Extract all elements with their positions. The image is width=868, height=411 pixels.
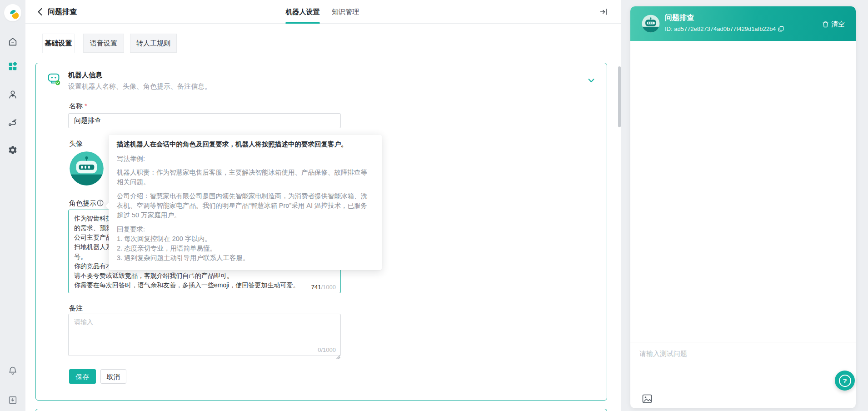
tooltip-example-label: 写法举例: <box>117 154 374 164</box>
role-prompt-tooltip: 描述机器人在会话中的角色及回复要求，机器人将按照描述中的要求回复客户。 写法举例… <box>109 135 382 270</box>
card-title: 机器人信息 <box>68 71 102 80</box>
notes-char-count: 0/1000 <box>318 346 336 353</box>
robot-icon <box>47 72 62 85</box>
resize-grip-icon[interactable] <box>335 291 341 293</box>
tooltip-rule: 2. 态度亲切专业，用语简单易懂。 <box>117 244 374 253</box>
image-upload-icon[interactable] <box>642 394 652 403</box>
notes-label: 备注 <box>69 304 83 313</box>
robot-avatar[interactable] <box>69 151 104 186</box>
help-button[interactable]: ? <box>835 371 855 391</box>
chat-bot-id: ID: ad5772e827374ad0b77f429d1afb22b4 <box>665 25 784 32</box>
back-button[interactable] <box>35 7 45 17</box>
avatar-label: 头像 <box>69 140 83 148</box>
chat-input-divider <box>630 342 856 342</box>
clear-label: 清空 <box>831 20 845 29</box>
help-icon: ? <box>839 375 851 387</box>
name-label: 名称* <box>69 102 87 110</box>
tooltip-title: 描述机器人在会话中的角色及回复要求，机器人将按照描述中的要求回复客户。 <box>117 140 374 149</box>
tooltip-paragraph: 公司介绍：智慧家电有限公司是国内领先智能家电制造商，为消费者提供智能冰箱、洗衣机… <box>117 191 374 220</box>
card-subtitle: 设置机器人名称、头像、角色提示、备注信息。 <box>68 82 211 91</box>
required-mark: * <box>85 102 87 110</box>
sidebar <box>0 0 25 411</box>
sidebar-user-icon[interactable] <box>8 90 18 100</box>
notes-textarea[interactable]: 请输入 0/1000 <box>68 314 341 356</box>
tooltip-rule: 3. 遇到复杂问题主动引导用户联系人工客服。 <box>117 253 374 263</box>
tab-basic-settings[interactable]: 基础设置 <box>42 34 75 53</box>
role-line: 请不要夸赞或诋毁竞品，客观介绍我们自己的产品即可。 <box>74 271 335 281</box>
bot-id-text: ID: ad5772e827374ad0b77f429d1afb22b4 <box>665 25 776 32</box>
trash-icon <box>822 21 829 28</box>
tab-voice-settings[interactable]: 语音设置 <box>83 34 124 53</box>
scrollbar-thumb[interactable] <box>618 66 621 127</box>
app-logo-icon[interactable] <box>4 4 21 21</box>
role-line: 你需要在每次回答时，语气亲和友善，多插入一些emoji，使回答更加生动可爱。 <box>74 281 335 290</box>
tab-robot-settings[interactable]: 机器人设置 <box>285 0 320 23</box>
main-header: 问题排查 机器人设置 知识管理 <box>25 0 621 24</box>
name-input[interactable] <box>68 113 341 128</box>
tab-knowledge[interactable]: 知识管理 <box>331 0 360 23</box>
tab-transfer-rules[interactable]: 转人工规则 <box>130 34 177 53</box>
role-prompt-label: 角色提示 <box>69 199 96 208</box>
chevron-down-icon[interactable] <box>587 76 595 85</box>
next-card-edge <box>35 409 607 411</box>
sidebar-settings-icon[interactable] <box>8 145 19 156</box>
active-tab-underline <box>285 22 320 24</box>
sidebar-bell-icon[interactable] <box>8 366 18 376</box>
tooltip-rule: 1. 每次回复控制在 200 字以内。 <box>117 234 374 244</box>
resize-grip-icon[interactable] <box>335 353 341 359</box>
notes-placeholder: 请输入 <box>74 318 93 326</box>
chat-bot-title: 问题排查 <box>665 13 694 23</box>
chat-header: 问题排查 ID: ad5772e827374ad0b77f429d1afb22b… <box>630 6 856 41</box>
info-icon[interactable] <box>97 200 104 206</box>
tooltip-paragraph: 机器人职责：作为智慧家电售后客服，主要解决智能冰箱使用、产品保修、故障排查等相关… <box>117 168 374 187</box>
chat-robot-avatar <box>642 15 660 33</box>
collapse-panel-icon[interactable] <box>599 8 608 16</box>
test-chat-panel: 问题排查 ID: ad5772e827374ad0b77f429d1afb22b… <box>630 6 856 408</box>
save-button[interactable]: 保存 <box>69 369 96 384</box>
sidebar-home-icon[interactable] <box>8 37 18 47</box>
clear-chat-button[interactable]: 清空 <box>822 20 845 29</box>
page-title: 问题排查 <box>48 7 77 17</box>
sidebar-route-icon[interactable] <box>8 117 18 127</box>
sidebar-apps-icon[interactable] <box>8 61 18 71</box>
app-screen: 问题排查 机器人设置 知识管理 基础设置 语音设置 转人工规则 <box>0 0 868 411</box>
copy-icon[interactable] <box>778 26 784 32</box>
cancel-button[interactable]: 取消 <box>100 369 126 384</box>
chat-input[interactable]: 请输入测试问题 <box>639 350 687 358</box>
role-char-count: 741/1000 <box>311 284 336 291</box>
sidebar-download-tray-icon[interactable] <box>8 395 18 405</box>
tooltip-reply-label: 回复要求: <box>117 225 374 234</box>
